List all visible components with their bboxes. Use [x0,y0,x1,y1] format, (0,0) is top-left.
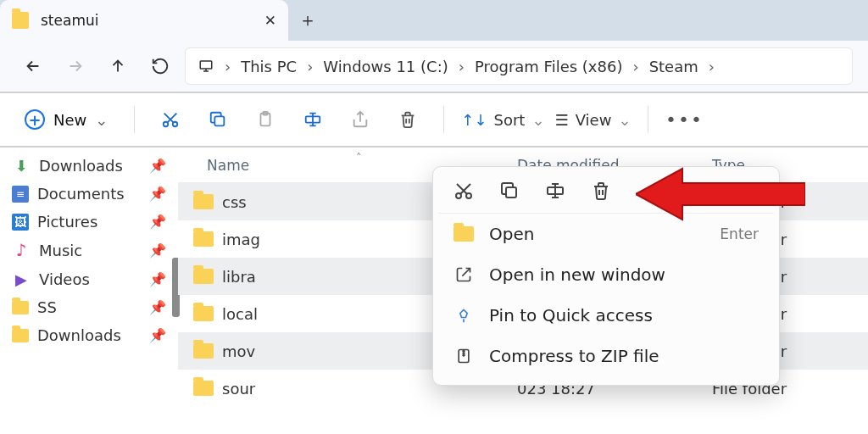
refresh-button[interactable] [142,48,178,84]
copy-icon[interactable] [199,101,236,138]
close-icon[interactable]: ✕ [264,12,276,29]
shortcut-label: Enter [720,225,759,242]
download-icon: ⬇ [12,156,31,175]
sort-asc-icon: ˄ [356,151,362,164]
file-name: css [222,193,247,211]
new-label: New [53,111,86,129]
sidebar-item-label: SS [37,298,57,316]
view-icon: ☰ [555,111,569,129]
sidebar-item-label: Videos [39,270,90,288]
sort-button[interactable]: ↑↓ Sort ⌄ [461,111,544,129]
divider [443,106,444,133]
chevron-down-icon: ⌄ [531,111,544,129]
sidebar-item-videos[interactable]: ▶Videos📌 [0,264,178,293]
context-pin-quick-access[interactable]: Pin to Quick access [438,295,774,336]
sort-label: Sort [494,111,526,129]
back-button[interactable] [15,48,51,84]
context-label: Compress to ZIP file [489,346,659,366]
chevron-right-icon: › [707,58,716,75]
context-label: Open [489,224,534,244]
music-icon: ♪ [12,241,31,259]
rename-icon[interactable] [545,181,565,201]
view-button[interactable]: ☰ View ⌄ [555,111,632,129]
pin-icon: 📌 [149,242,166,259]
crumb-this-pc[interactable]: This PC [234,54,303,79]
pin-icon: 📌 [149,214,166,230]
svg-point-8 [466,193,471,198]
svg-point-1 [164,122,169,127]
sidebar-item-label: Documents [37,185,125,203]
svg-rect-0 [200,61,212,69]
crumb-steam[interactable]: Steam [643,54,705,79]
title-bar: steamui ✕ ＋ [0,0,868,41]
rename-icon[interactable] [294,101,331,138]
sidebar-item-ss[interactable]: SS📌 [0,293,178,321]
file-name: libra [222,268,256,286]
zip-icon [453,348,474,364]
file-name: imag [222,231,260,248]
sidebar-item-downloads[interactable]: ⬇Downloads📌 [0,151,178,180]
share-icon[interactable] [342,101,379,138]
cut-icon[interactable] [453,181,474,201]
folder-icon [453,226,474,242]
pin-icon: 📌 [149,299,166,315]
delete-icon[interactable] [591,181,611,201]
new-tab-button[interactable]: ＋ [288,0,327,41]
pictures-icon: 🖼 [12,214,29,231]
context-label: Pin to Quick access [489,305,653,326]
content-pane: ⬇Downloads📌 ≡Documents📌 🖼Pictures📌 ♪Musi… [0,146,868,434]
svg-point-2 [173,122,178,127]
cut-icon[interactable] [152,101,189,138]
folder-icon [193,343,214,359]
context-toolbar [438,175,774,214]
file-name: local [222,305,258,323]
tab-active[interactable]: steamui ✕ [0,0,288,41]
folder-icon [12,301,29,314]
svg-point-7 [456,193,461,198]
svg-rect-3 [215,116,225,125]
chevron-right-icon: › [223,58,232,75]
crumb-drive-c[interactable]: Windows 11 (C:) [316,54,454,79]
pin-icon: 📌 [149,327,166,343]
open-external-icon [453,266,474,283]
delete-icon[interactable] [389,101,426,138]
chevron-right-icon: › [457,58,466,75]
toolbar: + New ⌄ ↑↓ Sort ⌄ ☰ View ⌄ ••• [0,92,868,146]
sidebar: ⬇Downloads📌 ≡Documents📌 🖼Pictures📌 ♪Musi… [0,147,178,434]
breadcrumb[interactable]: › This PC › Windows 11 (C:) › Program Fi… [185,47,853,85]
divider [134,106,135,133]
context-open-new-window[interactable]: Open in new window [438,254,774,295]
file-name: mov [222,342,255,360]
document-icon: ≡ [12,186,29,203]
address-bar: › This PC › Windows 11 (C:) › Program Fi… [0,41,868,92]
sidebar-item-downloads-folder[interactable]: Downloads📌 [0,321,178,349]
folder-icon [193,306,214,321]
chevron-right-icon: › [305,58,314,75]
sidebar-item-music[interactable]: ♪Music📌 [0,236,178,264]
context-open[interactable]: Open Enter [438,214,774,254]
plus-icon: + [25,109,45,130]
sidebar-item-pictures[interactable]: 🖼Pictures📌 [0,208,178,236]
divider [648,106,648,133]
crumb-program-files[interactable]: Program Files (x86) [468,54,630,79]
sidebar-item-label: Pictures [37,213,97,231]
pin-icon: 📌 [149,186,166,202]
copy-icon[interactable] [499,181,520,201]
sidebar-item-label: Downloads [39,157,123,175]
paste-icon[interactable] [247,101,284,138]
pin-icon: 📌 [149,158,166,174]
pin-icon: 📌 [149,271,166,287]
chevron-right-icon: › [631,58,640,75]
more-button[interactable]: ••• [665,101,703,138]
chevron-down-icon: ⌄ [618,111,631,129]
sidebar-item-label: Music [39,242,82,259]
pc-icon[interactable] [191,55,221,77]
folder-icon [193,381,214,396]
chevron-down-icon: ⌄ [95,111,108,129]
sidebar-item-documents[interactable]: ≡Documents📌 [0,180,178,208]
up-button[interactable] [100,48,136,84]
context-compress-zip[interactable]: Compress to ZIP file [438,336,774,376]
sidebar-item-label: Downloads [37,326,121,344]
forward-button[interactable] [58,48,93,84]
new-button[interactable]: + New ⌄ [15,103,117,136]
